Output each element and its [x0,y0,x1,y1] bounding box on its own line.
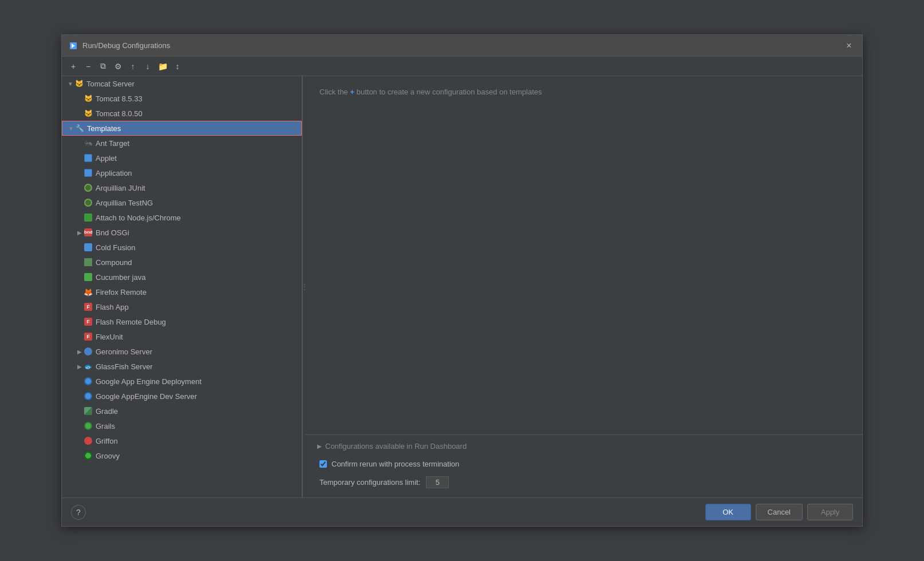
firefox-remote-icon: 🦊 [84,287,93,297]
cucumber-java-icon [84,272,93,282]
left-panel: 🐱Tomcat Server🐱Tomcat 8.5.33🐱Tomcat 8.0.… [62,76,302,497]
sort-button[interactable]: ↕ [171,60,184,73]
arquillian-junit-label: Arquillian JUnit [96,184,145,192]
tree-item-applet[interactable]: Applet [62,151,302,165]
glassfish-server-icon: 🐟 [84,362,93,371]
groovy-label: Groovy [96,452,120,460]
arquillian-testng-label: Arquillian TestNG [96,199,153,207]
main-content: 🐱Tomcat Server🐱Tomcat 8.5.33🐱Tomcat 8.0.… [62,76,862,497]
checkbox-row: Confirm rerun with process termination [317,460,851,468]
tree-item-arquillian-junit[interactable]: Arquillian JUnit [62,180,302,195]
arquillian-testng-icon [84,198,93,207]
close-button[interactable]: × [843,39,855,52]
attach-nodejs-label: Attach to Node.js/Chrome [96,214,181,222]
google-app-engine-icon [84,377,93,386]
tomcat-8533-icon: 🐱 [84,94,93,103]
bnd-osgi-arrow [76,228,84,236]
title-bar-left: Run/Debug Configurations [69,41,170,50]
tree-item-google-appengine-dev[interactable]: Google AppEngine Dev Server [62,389,302,404]
tree-item-glassfish-server[interactable]: 🐟GlassFish Server [62,359,302,374]
geronimo-server-label: Geronimo Server [96,347,152,356]
tree-item-groovy[interactable]: Groovy [62,448,302,463]
move-up-button[interactable]: ↑ [126,60,140,73]
templates-label: Templates [87,124,121,133]
tree-item-attach-nodejs[interactable]: Attach to Node.js/Chrome [62,210,302,225]
cucumber-java-label: Cucumber java [96,273,145,282]
ant-target-label: Ant Target [96,139,129,148]
grails-label: Grails [96,422,115,430]
tree-item-grails[interactable]: Grails [62,418,302,433]
flash-app-icon: F [84,302,93,311]
templates-arrow [67,124,75,132]
tree-item-cucumber-java[interactable]: Cucumber java [62,270,302,285]
tree-item-bnd-osgi[interactable]: bndBnd OSGi [62,225,302,240]
hint-prefix: Click the [319,88,348,96]
glassfish-server-label: GlassFish Server [96,362,153,371]
tree-item-firefox-remote[interactable]: 🦊Firefox Remote [62,285,302,299]
gradle-label: Gradle [96,407,118,416]
tree-item-cold-fusion[interactable]: Cold Fusion [62,240,302,255]
google-appengine-dev-icon [84,392,93,401]
tomcat-server-label: Tomcat Server [86,80,135,88]
tree-item-google-app-engine[interactable]: Google App Engine Deployment [62,374,302,389]
tree-item-geronimo-server[interactable]: Geronimo Server [62,344,302,359]
hint-suffix: button to create a new configuration bas… [357,88,542,96]
flex-unit-icon: F [84,332,93,341]
applet-icon [84,153,93,163]
tree-item-gradle[interactable]: Gradle [62,404,302,418]
folder-button[interactable]: 📁 [156,60,169,73]
tree-item-tomcat-8533[interactable]: 🐱Tomcat 8.5.33 [62,91,302,106]
copy-button[interactable]: ⧉ [96,60,110,73]
ant-target-icon: 🐜 [84,139,93,148]
collapsible-label: Configurations available in Run Dashboar… [325,442,467,451]
help-button[interactable]: ? [71,505,86,520]
tomcat-8050-icon: 🐱 [84,109,93,118]
cold-fusion-label: Cold Fusion [96,243,135,252]
cancel-button[interactable]: Cancel [756,504,803,520]
tree-item-flash-remote-debug[interactable]: FFlash Remote Debug [62,314,302,329]
confirm-rerun-label: Confirm rerun with process termination [331,460,459,468]
tree-item-application[interactable]: Application [62,165,302,180]
ok-button[interactable]: OK [705,504,751,520]
flash-app-label: Flash App [96,303,129,311]
tree-item-arquillian-testng[interactable]: Arquillian TestNG [62,195,302,210]
footer-buttons: OK Cancel Apply [705,504,853,520]
right-panel: Click the + button to create a new confi… [306,76,862,497]
tree-item-ant-target[interactable]: 🐜Ant Target [62,136,302,151]
flash-remote-debug-label: Flash Remote Debug [96,318,166,326]
collapsible-section[interactable]: ▶ Configurations available in Run Dashbo… [317,442,851,451]
footer: ? OK Cancel Apply [62,497,862,526]
temp-limit-row: Temporary configurations limit: [317,476,851,488]
temp-limit-input[interactable] [426,476,449,488]
tree-item-tomcat-server[interactable]: 🐱Tomcat Server [62,76,302,91]
attach-nodejs-icon [84,213,93,222]
add-button[interactable]: + [66,60,80,73]
tomcat-8533-label: Tomcat 8.5.33 [96,94,143,103]
hint-plus-sign: + [350,88,354,96]
move-down-button[interactable]: ↓ [141,60,155,73]
temp-limit-label: Temporary configurations limit: [319,478,420,487]
dialog-title: Run/Debug Configurations [82,41,170,50]
geronimo-server-icon [84,347,93,356]
griffon-icon [84,436,93,445]
tree-item-flash-app[interactable]: FFlash App [62,299,302,314]
flex-unit-label: FlexUnit [96,333,123,341]
apply-button[interactable]: Apply [807,504,853,520]
confirm-rerun-checkbox[interactable] [319,460,327,468]
flash-remote-debug-icon: F [84,317,93,326]
remove-button[interactable]: − [81,60,95,73]
tree-item-flex-unit[interactable]: FFlexUnit [62,329,302,344]
dialog-icon [69,41,78,50]
application-icon [84,168,93,177]
settings-button[interactable]: ⚙ [111,60,125,73]
tree-item-compound[interactable]: Compound [62,255,302,270]
geronimo-server-arrow [76,347,84,355]
tree-item-griffon[interactable]: Griffon [62,433,302,448]
tree-item-tomcat-8050[interactable]: 🐱Tomcat 8.0.50 [62,106,302,121]
groovy-icon [84,451,93,460]
arquillian-junit-icon [84,183,93,192]
templates-icon: 🔧 [75,124,84,133]
tree-item-templates[interactable]: 🔧Templates [62,121,302,136]
tomcat-8050-label: Tomcat 8.0.50 [96,109,143,118]
run-debug-dialog: Run/Debug Configurations × + − ⧉ ⚙ ↑ ↓ 📁… [61,34,863,527]
